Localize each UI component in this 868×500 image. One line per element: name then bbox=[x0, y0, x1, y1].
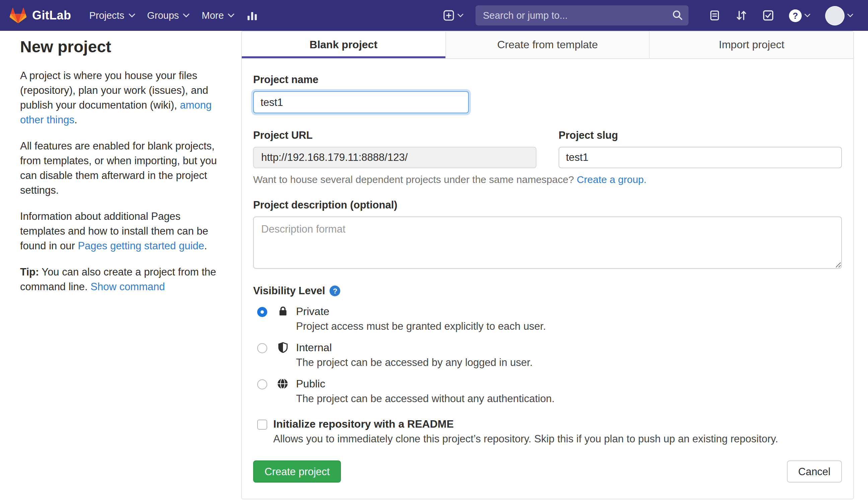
project-slug-column: Project slug bbox=[559, 129, 842, 168]
brand-name: GitLab bbox=[32, 8, 71, 22]
user-menu-button[interactable] bbox=[820, 2, 859, 29]
sidebar-paragraph-1: A project is where you house your files … bbox=[20, 68, 224, 127]
tanuki-logo-icon bbox=[9, 7, 27, 24]
public-radio[interactable] bbox=[257, 379, 267, 389]
shield-icon bbox=[275, 341, 290, 354]
paragraph-text: . bbox=[204, 240, 207, 251]
namespace-help-text: Want to house several dependent projects… bbox=[253, 174, 842, 186]
tab-create-from-template[interactable]: Create from template bbox=[445, 32, 649, 59]
gitlab-home-link[interactable]: GitLab bbox=[9, 7, 71, 24]
pages-guide-link[interactable]: Pages getting started guide bbox=[78, 240, 204, 251]
sidebar-tip: Tip: You can also create a project from … bbox=[20, 265, 224, 294]
internal-option-title: Internal bbox=[296, 341, 533, 354]
chevron-down-icon bbox=[847, 13, 853, 18]
issues-button[interactable] bbox=[703, 5, 726, 25]
url-slug-row: Project URL http://192.168.179.11:8888/1… bbox=[253, 129, 842, 168]
readme-option-title: Initialize repository with a README bbox=[273, 418, 778, 431]
chevron-down-icon bbox=[183, 13, 189, 18]
project-description-textarea[interactable] bbox=[253, 216, 842, 269]
tab-blank-project[interactable]: Blank project bbox=[242, 32, 445, 59]
navbar-left: GitLab Projects Groups More bbox=[9, 5, 264, 26]
chevron-down-icon bbox=[128, 13, 135, 18]
nav-projects-label: Projects bbox=[89, 10, 124, 21]
help-text: Want to house several dependent projects… bbox=[253, 174, 577, 185]
tab-import-project[interactable]: Import project bbox=[649, 32, 853, 59]
nav-more-menu[interactable]: More bbox=[196, 6, 241, 25]
private-radio[interactable] bbox=[257, 307, 267, 317]
project-url-label: Project URL bbox=[253, 129, 537, 141]
new-project-sidebar: New project A project is where you house… bbox=[0, 31, 241, 306]
chevron-down-icon bbox=[228, 13, 234, 18]
nav-analytics-button[interactable] bbox=[241, 5, 264, 26]
internal-radio[interactable] bbox=[257, 343, 267, 353]
private-option-text: Private Project access must be granted e… bbox=[296, 305, 546, 333]
gitlab-new-project-page: GitLab Projects Groups More bbox=[0, 0, 868, 500]
visibility-option-public: Public The project can be accessed witho… bbox=[253, 377, 842, 406]
todos-button[interactable] bbox=[757, 5, 779, 25]
plus-square-icon bbox=[443, 9, 455, 21]
project-description-label: Project description (optional) bbox=[253, 199, 842, 211]
new-project-panel: Blank project Create from template Impor… bbox=[241, 31, 854, 499]
new-item-menu-button[interactable] bbox=[437, 5, 469, 25]
readme-option: Initialize repository with a README Allo… bbox=[253, 418, 842, 446]
internal-option-text: Internal The project can be accessed by … bbox=[296, 341, 533, 369]
form-actions: Create project Cancel bbox=[253, 461, 842, 482]
nav-groups-menu[interactable]: Groups bbox=[141, 6, 196, 25]
help-menu-button[interactable]: ? bbox=[784, 5, 816, 26]
nav-more-label: More bbox=[202, 10, 224, 21]
help-question-icon: ? bbox=[789, 9, 802, 22]
top-navbar: GitLab Projects Groups More bbox=[0, 0, 868, 31]
tip-label: Tip: bbox=[20, 266, 39, 277]
private-option-title: Private bbox=[296, 305, 546, 318]
public-option-text: Public The project can be accessed witho… bbox=[296, 377, 554, 406]
global-search bbox=[476, 5, 689, 25]
navbar-right: ? bbox=[433, 2, 859, 29]
bar-chart-icon bbox=[246, 9, 259, 22]
project-url-column: Project URL http://192.168.179.11:8888/1… bbox=[253, 129, 537, 168]
show-command-link[interactable]: Show command bbox=[91, 281, 165, 292]
merge-requests-button[interactable] bbox=[730, 5, 753, 25]
readme-checkbox[interactable] bbox=[257, 420, 267, 430]
visibility-help-icon[interactable]: ? bbox=[330, 285, 341, 296]
lock-icon bbox=[275, 305, 290, 318]
sidebar-paragraph-2: All features are enabled for blank proje… bbox=[20, 139, 224, 198]
project-slug-label: Project slug bbox=[559, 129, 842, 141]
internal-option-description: The project can be accessed by any logge… bbox=[296, 356, 533, 369]
search-icon bbox=[672, 9, 683, 21]
visibility-level-text: Visibility Level bbox=[253, 285, 325, 297]
blank-project-form: Project name Project URL http://192.168.… bbox=[242, 59, 853, 499]
chevron-down-icon bbox=[805, 13, 810, 18]
nav-projects-menu[interactable]: Projects bbox=[83, 6, 141, 25]
todo-check-icon bbox=[762, 9, 774, 21]
chevron-down-icon bbox=[457, 13, 464, 18]
create-a-group-link[interactable]: Create a group. bbox=[577, 174, 646, 185]
project-slug-input[interactable] bbox=[559, 147, 842, 168]
project-name-label: Project name bbox=[253, 74, 842, 86]
project-name-input[interactable] bbox=[253, 91, 469, 113]
merge-request-icon bbox=[735, 9, 748, 21]
issues-icon bbox=[708, 9, 721, 21]
visibility-level-label: Visibility Level ? bbox=[253, 285, 842, 297]
page-title: New project bbox=[20, 37, 224, 56]
readme-option-description: Allows you to immediately clone this pro… bbox=[273, 432, 778, 446]
globe-icon bbox=[275, 377, 290, 390]
visibility-option-internal: Internal The project can be accessed by … bbox=[253, 341, 842, 369]
create-project-button[interactable]: Create project bbox=[253, 461, 341, 482]
cancel-button[interactable]: Cancel bbox=[787, 461, 842, 482]
private-option-description: Project access must be granted explicitl… bbox=[296, 320, 546, 333]
readme-option-text: Initialize repository with a README Allo… bbox=[273, 418, 778, 446]
project-url-namespace-select[interactable]: http://192.168.179.11:8888/123/ bbox=[253, 147, 537, 168]
public-option-description: The project can be accessed without any … bbox=[296, 392, 554, 406]
visibility-option-private: Private Project access must be granted e… bbox=[253, 305, 842, 333]
paragraph-text: . bbox=[74, 114, 77, 125]
project-type-tabs: Blank project Create from template Impor… bbox=[242, 32, 853, 59]
public-option-title: Public bbox=[296, 377, 554, 391]
user-avatar bbox=[825, 6, 845, 25]
sidebar-paragraph-3: Information about additional Pages templ… bbox=[20, 209, 224, 253]
nav-groups-label: Groups bbox=[147, 10, 179, 21]
search-input[interactable] bbox=[476, 5, 689, 25]
page-body: New project A project is where you house… bbox=[0, 31, 868, 499]
